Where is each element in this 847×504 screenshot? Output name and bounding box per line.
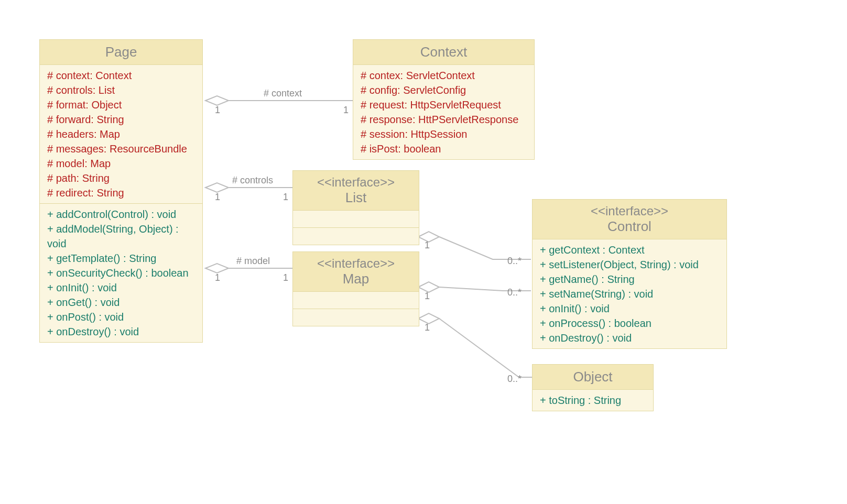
op: + onPost() : void: [47, 310, 195, 324]
role-controls: # controls: [232, 175, 273, 186]
op: + onSecurityCheck() : boolean: [47, 266, 195, 280]
attr: # controls: List: [47, 83, 195, 97]
mult-page-context-1a: 1: [215, 105, 220, 116]
mult-page-context-1b: 1: [343, 105, 349, 116]
attr: # forward: String: [47, 112, 195, 127]
class-control: <<interface>> Control + getContext : Con…: [532, 199, 727, 349]
op: + setName(String) : void: [540, 287, 719, 301]
role-model: # model: [236, 256, 270, 267]
op: + addModel(String, Object) : void: [47, 222, 195, 251]
stereotype: <<interface>>: [298, 175, 414, 190]
class-context-title: Context: [353, 40, 534, 65]
title-text: Map: [298, 271, 414, 287]
mult-list-1: 1: [425, 240, 430, 251]
mult-map-obj-many: 0..*: [507, 374, 522, 385]
mult-map-obj-1: 1: [425, 322, 430, 333]
class-context-attrs: # contex: ServletContext # config: Servl…: [353, 65, 534, 159]
attr: # request: HttpServletRequest: [361, 97, 527, 112]
class-page: Page # context: Context # controls: List…: [39, 39, 203, 343]
attr: # config: ServletConfig: [361, 83, 527, 97]
class-page-attrs: # context: Context # controls: List # fo…: [40, 65, 202, 204]
class-map-empty1: [293, 292, 419, 309]
class-control-ops: + getContext : Context + setListener(Obj…: [533, 239, 726, 348]
class-control-title: <<interface>> Control: [533, 200, 726, 239]
attr: # session: HttpSession: [361, 127, 527, 141]
attr: # response: HttPServletResponse: [361, 112, 527, 127]
svg-marker-0: [205, 96, 229, 105]
op: + onInit() : void: [47, 280, 195, 295]
svg-marker-4: [205, 264, 229, 273]
op: + getName() : String: [540, 272, 719, 287]
class-list-title: <<interface>> List: [293, 171, 419, 211]
op: + getContext : Context: [540, 243, 719, 257]
attr: # path: String: [47, 171, 195, 185]
op: + onDestroy() : void: [47, 324, 195, 339]
class-map: <<interface>> Map: [292, 251, 419, 326]
class-list-empty1: [293, 211, 419, 228]
class-object-ops: + toString : String: [533, 390, 653, 411]
mult-model-1b: 1: [283, 272, 288, 283]
attr: # isPost: boolean: [361, 141, 527, 156]
attr: # redirect: String: [47, 185, 195, 200]
class-list: <<interface>> List: [292, 170, 419, 245]
mult-controls-1b: 1: [283, 192, 288, 203]
class-object: Object + toString : String: [532, 364, 654, 411]
op: + onProcess() : boolean: [540, 316, 719, 331]
attr: # messages: ResourceBundle: [47, 141, 195, 156]
class-object-title: Object: [533, 365, 653, 390]
mult-map-ctrl-many: 0..*: [507, 287, 522, 298]
class-list-empty2: [293, 228, 419, 245]
mult-controls-1a: 1: [215, 192, 220, 203]
op: + onInit() : void: [540, 301, 719, 316]
role-context: # context: [264, 88, 302, 99]
op: + addControl(Control) : void: [47, 207, 195, 222]
mult-model-1a: 1: [215, 272, 220, 283]
op: + setListener(Object, String) : void: [540, 257, 719, 272]
mult-list-ctrl-many: 0..*: [507, 256, 522, 267]
attr: # context: Context: [47, 68, 195, 83]
stereotype: <<interface>>: [298, 256, 414, 271]
attr: # model: Map: [47, 156, 195, 171]
op: + onGet() : void: [47, 295, 195, 310]
op: + onDestroy() : void: [540, 331, 719, 345]
mult-map-1: 1: [425, 291, 430, 302]
class-page-ops: + addControl(Control) : void + addModel(…: [40, 204, 202, 342]
class-page-title: Page: [40, 40, 202, 65]
attr: # contex: ServletContext: [361, 68, 527, 83]
title-text: List: [298, 190, 414, 206]
class-map-title: <<interface>> Map: [293, 252, 419, 292]
attr: # format: Object: [47, 97, 195, 112]
title-text: Control: [538, 218, 721, 235]
class-map-empty2: [293, 309, 419, 326]
attr: # headers: Map: [47, 127, 195, 141]
class-context: Context # contex: ServletContext # confi…: [353, 39, 535, 160]
stereotype: <<interface>>: [538, 204, 721, 218]
svg-marker-2: [205, 183, 229, 192]
op: + toString : String: [540, 393, 646, 408]
op: + getTemplate() : String: [47, 251, 195, 266]
